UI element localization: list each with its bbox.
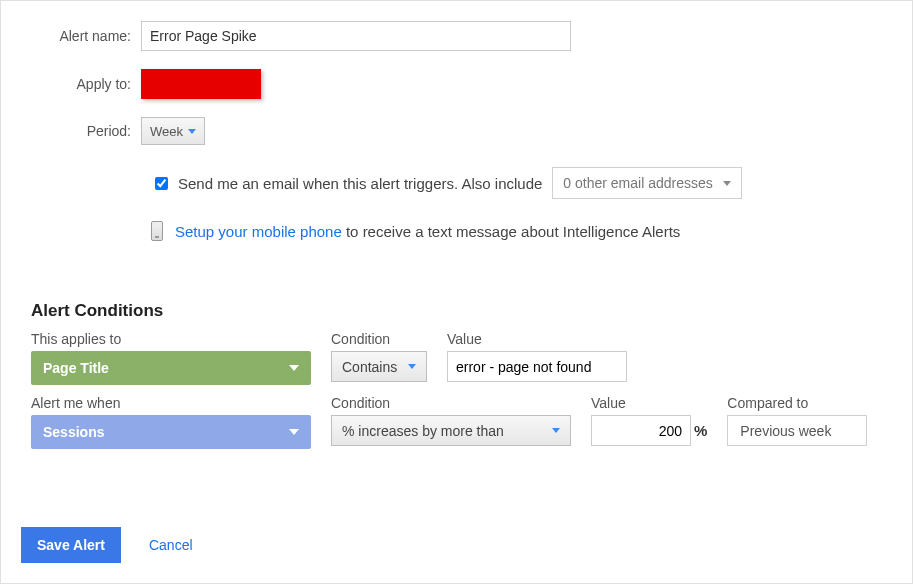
compared-to-value: Previous week <box>740 423 831 439</box>
row-phone-setup: Setup your mobile phone to receive a tex… <box>151 221 882 241</box>
label-condition-1: Condition <box>331 331 427 347</box>
col-value-1: Value <box>447 327 627 385</box>
box-compared-to: Previous week <box>727 415 867 446</box>
select-applies-to[interactable]: Page Title <box>31 351 311 385</box>
label-alert-name: Alert name: <box>31 28 141 44</box>
col-compared-to: Compared to Previous week <box>727 391 867 449</box>
row-apply-to: Apply to: <box>31 69 882 99</box>
phone-setup-text: Setup your mobile phone to receive a tex… <box>175 223 680 240</box>
select-applies-to-value: Page Title <box>43 360 109 376</box>
input-alert-name[interactable] <box>141 21 571 51</box>
label-applies-to: This applies to <box>31 331 311 347</box>
conditions-row-2: Alert me when Sessions Condition % incre… <box>31 391 882 449</box>
col-condition-2: Condition % increases by more than <box>331 391 571 449</box>
col-alert-when: Alert me when Sessions <box>31 391 311 449</box>
label-alert-when: Alert me when <box>31 395 311 411</box>
row-period: Period: Week <box>31 117 882 145</box>
link-setup-phone[interactable]: Setup your mobile phone <box>175 223 342 240</box>
dropdown-period-value: Week <box>150 124 183 139</box>
select-condition-1-value: Contains <box>342 359 397 375</box>
select-alert-when[interactable]: Sessions <box>31 415 311 449</box>
label-value-1: Value <box>447 331 627 347</box>
label-apply-to: Apply to: <box>31 76 141 92</box>
percent-sign: % <box>694 422 707 439</box>
header-alert-conditions: Alert Conditions <box>31 301 882 321</box>
col-value-2: Value % <box>591 391 707 449</box>
conditions-grid: This applies to Page Title Condition Con… <box>31 327 882 449</box>
caret-down-icon <box>408 364 416 369</box>
phone-setup-rest: to receive a text message about Intellig… <box>342 223 681 240</box>
apply-to-redacted[interactable] <box>141 69 261 99</box>
dropdown-period[interactable]: Week <box>141 117 205 145</box>
caret-down-icon <box>289 365 299 371</box>
caret-down-icon <box>289 429 299 435</box>
input-value-2[interactable] <box>591 415 691 446</box>
cancel-link[interactable]: Cancel <box>149 537 193 553</box>
label-email-notify: Send me an email when this alert trigger… <box>178 175 542 192</box>
phone-icon <box>151 221 163 241</box>
footer: Save Alert Cancel <box>21 527 193 563</box>
label-condition-2: Condition <box>331 395 571 411</box>
select-condition-1[interactable]: Contains <box>331 351 427 382</box>
caret-down-icon <box>188 129 196 134</box>
row-email-notify: Send me an email when this alert trigger… <box>151 167 882 199</box>
row-alert-name: Alert name: <box>31 21 882 51</box>
dropdown-other-emails-value: 0 other email addresses <box>563 175 712 191</box>
caret-down-icon <box>723 181 731 186</box>
col-condition-1: Condition Contains <box>331 327 427 385</box>
label-compared-to: Compared to <box>727 395 867 411</box>
caret-down-icon <box>552 428 560 433</box>
select-condition-2-value: % increases by more than <box>342 423 504 439</box>
col-applies-to: This applies to Page Title <box>31 327 311 385</box>
select-alert-when-value: Sessions <box>43 424 104 440</box>
checkbox-email-notify[interactable] <box>155 177 168 190</box>
label-period: Period: <box>31 123 141 139</box>
conditions-row-1: This applies to Page Title Condition Con… <box>31 327 882 385</box>
select-condition-2[interactable]: % increases by more than <box>331 415 571 446</box>
dropdown-other-emails[interactable]: 0 other email addresses <box>552 167 741 199</box>
label-value-2: Value <box>591 395 707 411</box>
input-value-1[interactable] <box>447 351 627 382</box>
save-button[interactable]: Save Alert <box>21 527 121 563</box>
alert-panel: Alert name: Apply to: Period: Week Send … <box>0 0 913 584</box>
